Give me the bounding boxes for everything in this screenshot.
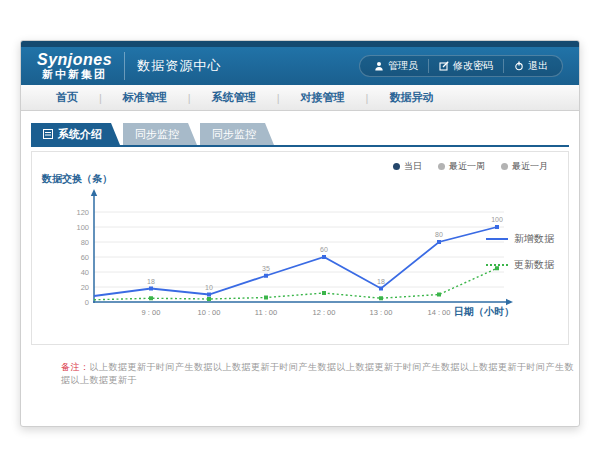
user-menu: 管理员 修改密码 退出 — [359, 55, 563, 77]
tab-sync-monitor-2[interactable]: 同步监控 — [200, 123, 274, 145]
edit-icon — [439, 61, 449, 71]
data-point-label: 100 — [491, 216, 503, 223]
chart-panel: 当日 最近一周 最近一月 数据交换（条） 0204060801001209 : … — [31, 151, 569, 345]
logo-text-cn: 新中新集团 — [37, 69, 112, 81]
chart-legend: 新增数据 更新数据 — [486, 232, 554, 284]
tab-system-intro[interactable]: 系统介绍 — [31, 123, 120, 145]
change-password-label: 修改密码 — [453, 59, 493, 73]
radio-today[interactable]: 当日 — [393, 160, 422, 173]
data-point — [264, 296, 268, 300]
data-point — [149, 296, 153, 300]
y-tick-label: 100 — [76, 223, 89, 232]
main-nav: 首页 | 标准管理 | 系统管理 | 对接管理 | 数据异动 — [21, 85, 579, 111]
footnote-prefix: 备注： — [61, 362, 90, 372]
logout-label: 退出 — [528, 59, 548, 73]
x-axis-title: 日期（小时） — [454, 305, 514, 319]
data-point — [264, 274, 268, 278]
data-point-label: 10 — [205, 284, 213, 291]
legend-label-update-data: 更新数据 — [514, 258, 554, 272]
legend-swatch-1 — [486, 264, 508, 266]
tab-system-intro-label: 系统介绍 — [58, 127, 102, 142]
y-tick-label: 80 — [81, 238, 89, 247]
radio-last-week-label: 最近一周 — [449, 160, 485, 173]
data-point — [322, 291, 326, 295]
x-tick-label: 13 : 00 — [370, 308, 393, 317]
power-icon — [514, 61, 524, 71]
data-point — [207, 293, 211, 297]
radio-last-month[interactable]: 最近一月 — [501, 160, 548, 173]
data-point — [149, 287, 153, 291]
data-point-label: 18 — [147, 278, 155, 285]
legend-label-new-data: 新增数据 — [514, 232, 554, 246]
legend-swatch-0 — [486, 238, 508, 240]
footnote: 备注：以上数据更新于时间产生数据以上数据更新于时间产生数据以上数据更新于时间产生… — [61, 361, 579, 387]
x-tick-label: 10 : 00 — [198, 308, 221, 317]
document-icon — [43, 129, 53, 139]
radio-last-week[interactable]: 最近一周 — [438, 160, 485, 173]
user-admin-label: 管理员 — [388, 59, 418, 73]
tab-sync-monitor-2-label: 同步监控 — [212, 127, 256, 142]
nav-item-standard-mgmt[interactable]: 标准管理 — [102, 90, 188, 105]
y-tick-label: 40 — [81, 268, 89, 277]
data-point — [437, 240, 441, 244]
radio-dot-selected — [393, 163, 400, 170]
y-tick-label: 120 — [76, 208, 89, 217]
logo-text-en: Synjones — [37, 52, 112, 69]
data-point — [379, 287, 383, 291]
x-tick-label: 11 : 00 — [255, 308, 277, 317]
data-point-label: 18 — [377, 278, 385, 285]
data-point-label: 60 — [320, 246, 328, 253]
footnote-text: 以上数据更新于时间产生数据以上数据更新于时间产生数据以上数据更新于时间产生数据以… — [61, 362, 574, 385]
y-tick-label: 20 — [81, 283, 89, 292]
data-point-label: 80 — [435, 231, 443, 238]
x-tick-label: 14 : 00 — [428, 308, 451, 317]
user-admin-button[interactable]: 管理员 — [364, 59, 428, 73]
data-point — [207, 297, 211, 301]
nav-item-data-change[interactable]: 数据异动 — [368, 90, 454, 105]
data-point — [379, 296, 383, 300]
logout-button[interactable]: 退出 — [503, 59, 558, 73]
legend-item-update-data[interactable]: 更新数据 — [486, 258, 554, 272]
radio-today-label: 当日 — [404, 160, 422, 173]
radio-last-month-label: 最近一月 — [512, 160, 548, 173]
data-point — [437, 293, 441, 297]
tab-sync-monitor-1-label: 同步监控 — [135, 127, 179, 142]
app-window: Synjones 新中新集团 数据资源中心 管理员 修改密码 退出 首页 | 标… — [20, 40, 580, 427]
company-logo: Synjones 新中新集团 — [37, 52, 125, 80]
data-point — [495, 225, 499, 229]
change-password-button[interactable]: 修改密码 — [428, 59, 503, 73]
nav-item-home[interactable]: 首页 — [35, 90, 99, 105]
y-tick-label: 0 — [85, 298, 89, 307]
app-title: 数据资源中心 — [137, 57, 221, 75]
tab-bar: 系统介绍 同步监控 同步监控 — [31, 125, 569, 147]
user-icon — [374, 61, 384, 71]
y-axis-arrow — [91, 189, 97, 196]
time-range-filter: 当日 最近一周 最近一月 — [393, 160, 548, 173]
radio-dot — [501, 163, 508, 170]
app-header: Synjones 新中新集团 数据资源中心 管理员 修改密码 退出 — [21, 47, 579, 85]
nav-item-system-mgmt[interactable]: 系统管理 — [191, 90, 277, 105]
nav-item-interface-mgmt[interactable]: 对接管理 — [280, 90, 366, 105]
x-tick-label: 12 : 00 — [313, 308, 336, 317]
radio-dot — [438, 163, 445, 170]
x-tick-label: 9 : 00 — [142, 308, 161, 317]
legend-item-new-data[interactable]: 新增数据 — [486, 232, 554, 246]
tab-sync-monitor-1[interactable]: 同步监控 — [123, 123, 197, 145]
y-tick-label: 60 — [81, 253, 89, 262]
data-point — [322, 255, 326, 259]
data-point-label: 35 — [262, 265, 270, 272]
